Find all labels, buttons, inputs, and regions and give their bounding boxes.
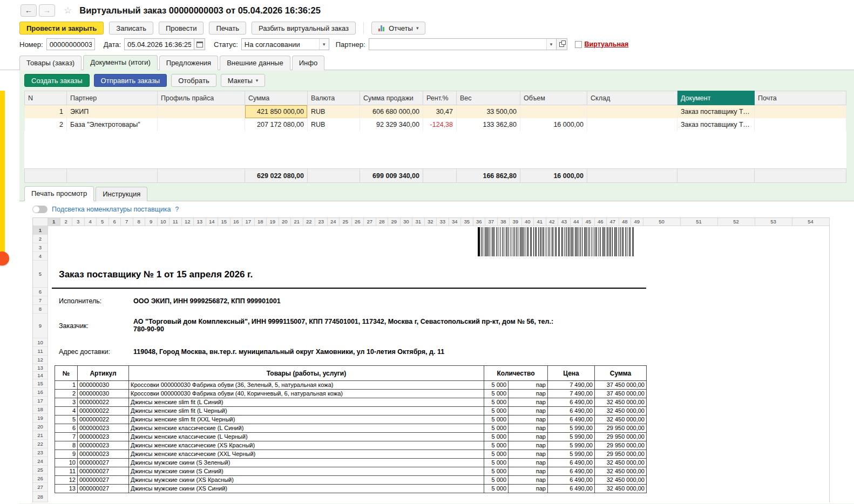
sheet-col-header[interactable]: 10: [158, 218, 170, 226]
column-header-weight[interactable]: Вес: [457, 91, 520, 105]
post-button[interactable]: Провести: [159, 22, 204, 35]
sheet-col-header[interactable]: 38: [498, 218, 510, 226]
sheet-row-header[interactable]: 3: [33, 243, 48, 252]
column-header-sum[interactable]: Сумма: [245, 91, 308, 105]
sheet-col-header[interactable]: 24: [328, 218, 340, 226]
orders-row[interactable]: 2 База "Электротовары" 207 172 080,00 RU…: [25, 118, 846, 131]
sheet-col-header[interactable]: 16: [231, 218, 243, 226]
sheet-col-header[interactable]: 11: [170, 218, 182, 226]
tab-instruction[interactable]: Инструкция: [96, 187, 147, 201]
sheet-row-header[interactable]: 7: [33, 296, 48, 305]
partner-pick-button[interactable]: [557, 38, 567, 50]
sheet-col-header[interactable]: 52: [718, 218, 755, 226]
sheet-col-header[interactable]: 42: [546, 218, 559, 226]
sheet-row-header[interactable]: 12: [33, 356, 48, 364]
sheet-col-header[interactable]: 32: [425, 218, 437, 226]
layouts-button[interactable]: Макеты ▾: [221, 74, 266, 87]
sheet-col-header[interactable]: 9: [145, 218, 158, 226]
orders-empty-area[interactable]: [25, 131, 846, 169]
sheet-col-header[interactable]: 53: [755, 218, 792, 226]
supplier-highlight-label[interactable]: Подсветка номенклатуры поставщика: [52, 206, 171, 213]
sheet-col-header[interactable]: 23: [315, 218, 328, 226]
print-button[interactable]: Печать: [209, 22, 246, 35]
sheet-row-header[interactable]: 16: [33, 388, 48, 397]
sheet-row-header[interactable]: 20: [33, 423, 48, 431]
number-field[interactable]: [46, 38, 95, 50]
send-orders-button[interactable]: Отправить заказы: [94, 74, 167, 87]
notification-badge[interactable]: [0, 251, 9, 265]
sheet-col-header[interactable]: 1: [48, 218, 60, 226]
sheet-col-header[interactable]: 37: [485, 218, 498, 226]
sheet-col-header[interactable]: 46: [595, 218, 607, 226]
write-button[interactable]: Записать: [109, 22, 153, 35]
sheet-col-header[interactable]: 27: [364, 218, 376, 226]
split-virtual-order-button[interactable]: Разбить виртуальный заказ: [252, 22, 356, 35]
virtual-checkbox-label[interactable]: Виртуальная: [585, 40, 629, 48]
sheet-col-header[interactable]: 54: [792, 218, 830, 226]
sheet-col-header[interactable]: 15: [218, 218, 231, 226]
sheet-row-header[interactable]: 17: [33, 397, 48, 405]
sheet-col-header[interactable]: 26: [352, 218, 364, 226]
sheet-row-header[interactable]: 5: [33, 261, 48, 288]
sheet-col-header[interactable]: 8: [133, 218, 146, 226]
sheet-col-header[interactable]: 4: [85, 218, 97, 226]
sheet-row-header[interactable]: 9: [33, 314, 48, 338]
sheet-col-header[interactable]: 6: [109, 218, 121, 226]
column-header-volume[interactable]: Объем: [520, 91, 587, 105]
sheet-row-header[interactable]: 6: [33, 288, 48, 296]
forward-button[interactable]: →: [39, 4, 55, 17]
sheet-col-header[interactable]: 47: [607, 218, 619, 226]
sheet-row-header[interactable]: 10: [33, 338, 48, 347]
calendar-button[interactable]: [194, 38, 205, 50]
sheet-col-header[interactable]: 45: [582, 218, 595, 226]
back-button[interactable]: ←: [21, 4, 37, 17]
sheet-row-header[interactable]: 8: [33, 305, 48, 314]
sheet-row-header[interactable]: 23: [33, 448, 48, 457]
sheet-row-header[interactable]: 11: [33, 347, 48, 356]
status-select[interactable]: На согласовании ▾: [241, 38, 329, 50]
sheet-row-header[interactable]: 14: [33, 372, 48, 379]
sheet-col-header[interactable]: 43: [558, 218, 571, 226]
partner-select[interactable]: ▾: [369, 38, 557, 50]
chevron-down-icon[interactable]: ▾: [546, 39, 556, 50]
sheet-row-header[interactable]: 28: [33, 492, 48, 502]
sheet-row-header[interactable]: 4: [33, 252, 48, 261]
orders-row[interactable]: 1 ЭКИП 421 850 000,00 RUB 606 680 000,00…: [25, 105, 846, 118]
tab-offers[interactable]: Предложения: [159, 56, 218, 70]
sheet-col-header[interactable]: 40: [522, 218, 534, 226]
sheet-col-header[interactable]: 22: [303, 218, 316, 226]
sheet-col-header[interactable]: 28: [376, 218, 389, 226]
sheet-col-header[interactable]: 49: [631, 218, 643, 226]
sheet-col-header[interactable]: 3: [72, 218, 85, 226]
sheet-row-header[interactable]: 25: [33, 466, 48, 474]
sheet-col-header[interactable]: 33: [437, 218, 449, 226]
sheet-col-header[interactable]: 7: [121, 218, 133, 226]
sheet-row-header[interactable]: 15: [33, 379, 48, 388]
tab-external-data[interactable]: Внешние данные: [220, 56, 290, 70]
create-orders-button[interactable]: Создать заказы: [24, 74, 90, 87]
sheet-col-header[interactable]: 31: [412, 218, 425, 226]
sheet-col-header[interactable]: 51: [681, 218, 718, 226]
sheet-row-header[interactable]: 2: [33, 235, 48, 243]
tab-documents[interactable]: Документы (итоги): [83, 55, 158, 70]
sheet-col-header[interactable]: 39: [510, 218, 522, 226]
sheet-col-header[interactable]: 17: [242, 218, 255, 226]
sheet-col-header[interactable]: 12: [182, 218, 194, 226]
sheet-row-header[interactable]: 19: [33, 414, 48, 423]
supplier-highlight-toggle[interactable]: [32, 206, 48, 213]
column-header-price-profile[interactable]: Профиль прайса: [158, 91, 245, 105]
tab-info[interactable]: Инфо: [292, 56, 324, 70]
sheet-col-header[interactable]: 44: [571, 218, 583, 226]
favorite-star-icon[interactable]: ☆: [64, 5, 72, 16]
column-header-mail[interactable]: Почта: [755, 91, 846, 105]
sheet-col-header[interactable]: 48: [619, 218, 632, 226]
sheet-col-header[interactable]: 36: [473, 218, 486, 226]
tab-goods[interactable]: Товары (заказ): [19, 56, 82, 70]
sheet-col-header[interactable]: 14: [206, 218, 219, 226]
sheet-content[interactable]: Заказ поставщику № 1 от 15 апреля 2026 г…: [48, 226, 829, 502]
tab-print-preview[interactable]: Печать просмотр: [24, 186, 94, 201]
sheet-col-header[interactable]: 18: [255, 218, 267, 226]
column-header-sale-sum[interactable]: Сумма продажи: [360, 91, 423, 105]
sheet-col-header[interactable]: 35: [461, 218, 473, 226]
sheet-row-header[interactable]: 21: [33, 431, 48, 440]
